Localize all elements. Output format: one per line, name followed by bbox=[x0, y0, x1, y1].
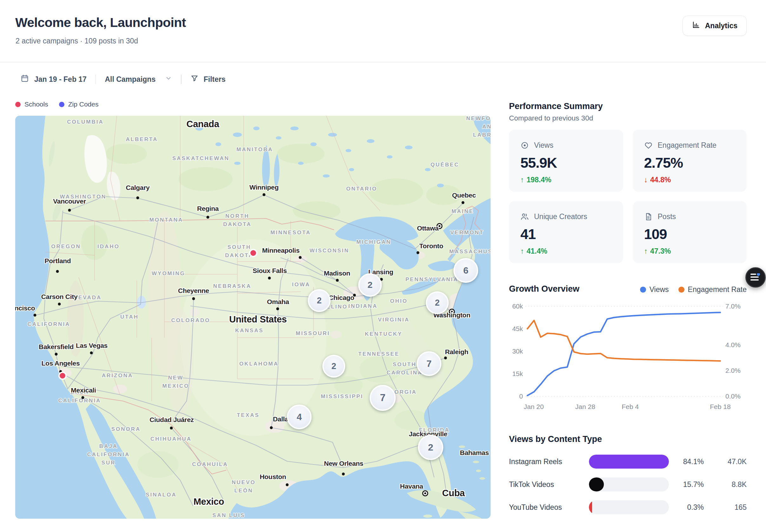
map-cluster-marker[interactable]: 4 bbox=[287, 405, 312, 429]
city-dot bbox=[462, 201, 464, 204]
city-label: Cheyenne bbox=[178, 287, 209, 294]
city-label: New Orleans bbox=[324, 460, 363, 467]
map-cluster-marker[interactable]: 6 bbox=[453, 258, 478, 283]
state-label: NEWFOU bbox=[466, 116, 490, 121]
map-cluster-marker[interactable]: 2 bbox=[322, 355, 345, 378]
state-label: INDIANA bbox=[348, 303, 378, 309]
school-marker[interactable] bbox=[250, 250, 257, 256]
state-label: MINNESOTA bbox=[270, 230, 311, 236]
city-label: Houston bbox=[260, 473, 286, 480]
date-range-label: Jan 19 - Feb 17 bbox=[34, 75, 87, 84]
state-label: MONTANA bbox=[149, 217, 183, 223]
metric-label: Unique Creators bbox=[534, 212, 587, 221]
state-label: SONORA bbox=[111, 426, 141, 432]
map-cluster-marker[interactable]: 2 bbox=[426, 291, 449, 314]
map-cluster-marker[interactable]: 2 bbox=[418, 435, 443, 460]
city-dot bbox=[276, 308, 279, 310]
state-label: AN bbox=[482, 124, 490, 130]
content-type-bar-fill bbox=[589, 500, 592, 514]
filter-separator bbox=[181, 75, 181, 84]
metric-card-engagement-rate: Engagement Rate2.75%↓44.8% bbox=[633, 130, 747, 192]
views-icon bbox=[520, 141, 529, 150]
state-label: MASSACHUSET bbox=[449, 249, 490, 255]
city-dot bbox=[90, 352, 93, 354]
map-legend-item-schools[interactable]: Schools bbox=[15, 101, 48, 108]
country-label: Mexico bbox=[194, 496, 224, 507]
line-series-views bbox=[527, 312, 720, 395]
city-label: Raleigh bbox=[445, 348, 468, 355]
funnel-icon bbox=[190, 74, 199, 84]
state-label: QUÉBEC bbox=[431, 162, 459, 168]
map-cluster-marker[interactable]: 2 bbox=[358, 273, 382, 297]
metric-card-header: Engagement Rate bbox=[644, 141, 736, 150]
metric-card-posts: Posts109↑47.3% bbox=[633, 201, 747, 263]
date-range-picker[interactable]: Jan 19 - Feb 17 bbox=[20, 74, 87, 85]
map-cluster-marker[interactable]: 7 bbox=[370, 385, 396, 411]
city-dot bbox=[207, 216, 210, 219]
chart-legend-item-engagement-rate[interactable]: Engagement Rate bbox=[678, 285, 747, 294]
filter-bar: Jan 19 - Feb 17 All Campaigns Filters bbox=[20, 72, 226, 86]
metric-delta: ↑198.4% bbox=[520, 176, 612, 184]
capital-dot-center bbox=[424, 492, 426, 494]
chart-legend-item-views[interactable]: Views bbox=[640, 285, 669, 294]
state-label: MISSISSIPPI bbox=[321, 393, 363, 399]
state-label: OHIO bbox=[390, 298, 407, 304]
state-label: NEVADA bbox=[74, 295, 102, 301]
file-icon bbox=[644, 212, 653, 221]
metric-card-unique-creators: Unique Creators41↑41.4% bbox=[509, 201, 623, 263]
country-label: United States bbox=[229, 314, 287, 324]
metric-label: Posts bbox=[658, 212, 676, 221]
metric-delta: ↑41.4% bbox=[520, 247, 612, 256]
city-dot bbox=[136, 197, 139, 199]
city-label: Vancouver bbox=[53, 198, 86, 205]
x-axis-tick: Feb 4 bbox=[622, 403, 639, 410]
map-cluster-marker[interactable]: 7 bbox=[417, 351, 441, 376]
map-canvas[interactable]: COLUMBIAALBERTASASKATCHEWANMANITOBAONTAR… bbox=[15, 116, 490, 519]
content-type-label: TikTok Videos bbox=[509, 480, 589, 489]
analytics-button[interactable]: Analytics bbox=[683, 16, 747, 36]
filters-button-label: Filters bbox=[204, 75, 226, 84]
state-label: IOWA bbox=[292, 282, 310, 288]
y-axis-right-tick: 7.0% bbox=[725, 302, 741, 310]
state-label: KENTUCKY bbox=[365, 331, 402, 337]
legend-dot-icon bbox=[678, 287, 685, 293]
school-marker[interactable] bbox=[59, 372, 66, 379]
y-axis-left-tick: 60k bbox=[512, 302, 523, 310]
city-dot bbox=[34, 314, 36, 317]
content-type-label: Instagram Reels bbox=[509, 457, 589, 466]
arrow-up-icon: ↑ bbox=[520, 176, 524, 184]
city-dot bbox=[263, 193, 266, 196]
city-label: Omaha bbox=[267, 298, 289, 305]
header-divider bbox=[0, 62, 766, 62]
heart-icon bbox=[644, 141, 653, 150]
metric-card-header: Unique Creators bbox=[520, 212, 612, 221]
users-icon bbox=[520, 212, 529, 221]
state-label: VIRGINIA bbox=[378, 317, 410, 323]
state-label: MISSOURI bbox=[296, 330, 330, 336]
content-type-label: YouTube Videos bbox=[509, 503, 589, 512]
filters-button[interactable]: Filters bbox=[190, 74, 226, 84]
notification-dot bbox=[757, 273, 760, 276]
city-label: ncisco bbox=[15, 304, 35, 312]
chart-legend-label: Views bbox=[650, 285, 669, 294]
chart-legend-label: Engagement Rate bbox=[688, 285, 747, 294]
legend-dot-icon bbox=[59, 102, 64, 107]
map-legend-item-zip-codes[interactable]: Zip Codes bbox=[59, 101, 99, 108]
campaign-selector[interactable]: All Campaigns bbox=[105, 75, 172, 84]
quick-actions-fab[interactable] bbox=[745, 267, 766, 288]
city-dot bbox=[192, 297, 195, 300]
state-label: MICHIGAN bbox=[356, 239, 391, 245]
city-label: Ottawa bbox=[417, 224, 439, 232]
city-label: Regina bbox=[197, 205, 219, 212]
city-dot bbox=[55, 353, 58, 356]
city-dot bbox=[444, 357, 447, 360]
city-label: Calgary bbox=[126, 184, 150, 191]
dashboard-page: { "header": { "title": "Welcome back, La… bbox=[0, 0, 766, 532]
state-label: COLORADO bbox=[171, 317, 210, 323]
chevron-down-icon bbox=[165, 75, 172, 84]
map-cluster-marker[interactable]: 2 bbox=[308, 289, 331, 312]
metric-delta-value: 41.4% bbox=[527, 247, 547, 256]
city-label: Toronto bbox=[419, 242, 443, 250]
country-label: Cuba bbox=[442, 488, 465, 498]
content-type-value: 8.8K bbox=[704, 480, 747, 489]
